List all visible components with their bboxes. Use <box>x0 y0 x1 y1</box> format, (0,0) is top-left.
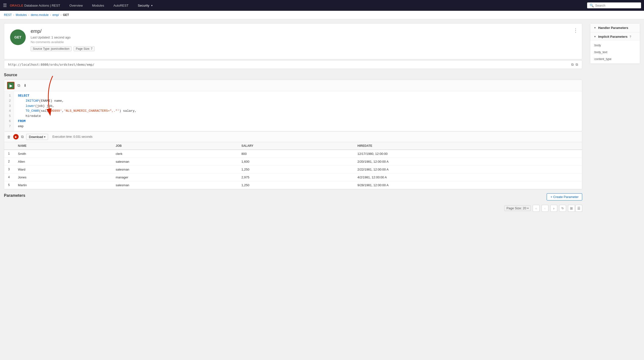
search-input[interactable] <box>595 4 638 7</box>
app-logo: ORACLE Database Actions | REST <box>10 4 60 7</box>
handler-params-section: ▼ Handler Parameters <box>590 24 640 32</box>
row-2-salary: 1,600 <box>238 158 354 166</box>
implicit-param-body[interactable]: :body <box>590 42 640 49</box>
handler-tags: Source Type: json/collection Page Size: … <box>31 46 576 51</box>
right-panel: ▼ Handler Parameters ▼ Implicit Paramete… <box>586 23 640 64</box>
top-navigation: ☰ ORACLE Database Actions | REST Overvie… <box>0 0 644 11</box>
download-source-icon[interactable]: ⬇ <box>23 83 27 88</box>
sep-3: › <box>50 13 51 17</box>
triangle-handler-icon: ▼ <box>594 26 596 29</box>
sep-4: › <box>60 13 62 17</box>
nav-modules[interactable]: Modules <box>88 0 108 11</box>
search-bar[interactable]: 🔍 <box>587 2 641 8</box>
refresh-button[interactable]: ↻ <box>559 205 566 212</box>
help-icon[interactable]: ? <box>630 35 631 38</box>
results-table: NAME JOB SALARY HIREDATE 1 Smith clerk 8… <box>4 142 582 189</box>
run-result-icon[interactable]: ▶ <box>13 134 19 140</box>
row-1-num: 1 <box>4 150 14 158</box>
col-num <box>4 142 14 150</box>
table-row: 3 Ward salesman 1,250 2/22/1981, 12:00:0… <box>4 166 582 173</box>
row-3-salary: 1,250 <box>238 166 354 173</box>
oracle-logo-text: ORACLE <box>10 4 23 7</box>
row-4-job: manager <box>112 173 238 181</box>
hamburger-menu[interactable]: ☰ <box>3 3 7 8</box>
source-toolbar: ▶ ⧉ ⬇ <box>4 80 582 92</box>
download-button[interactable]: Download ▾ <box>26 134 48 140</box>
open-new-tab-icon[interactable]: ⧉ <box>21 134 24 139</box>
implicit-params-section: ▼ Implicit Parameters ? :body :body_text… <box>590 32 640 64</box>
grid-view-button[interactable]: ⊞ <box>568 205 575 212</box>
parameters-section: Parameters + Create Parameter <box>4 193 582 200</box>
row-2-hiredate: 2/20/1981, 12:00:00 A <box>354 158 582 166</box>
row-4-name: Jones <box>14 173 112 181</box>
more-options-button[interactable]: ⋮ <box>573 28 578 33</box>
page-size-tag: Page Size: 7 <box>74 46 95 51</box>
method-badge: GET <box>10 30 26 45</box>
breadcrumb-demo-module[interactable]: demo.module <box>31 13 48 17</box>
row-3-hiredate: 2/22/1981, 12:00:00 A <box>354 166 582 173</box>
nav-security[interactable]: Security ▾ <box>133 0 157 11</box>
table-header-row: NAME JOB SALARY HIREDATE <box>4 142 582 150</box>
breadcrumb-emp[interactable]: emp/ <box>52 13 59 17</box>
open-external-icon[interactable]: ⧉ <box>571 62 574 67</box>
first-page-button[interactable]: « <box>533 205 540 212</box>
sep-1: › <box>13 13 14 17</box>
row-1-job: clerk <box>112 150 238 158</box>
row-2-job: salesman <box>112 158 238 166</box>
implicit-params-list: :body :body_text :content_type <box>590 41 640 64</box>
breadcrumb-modules[interactable]: Modules <box>16 13 27 17</box>
handler-params-toggle[interactable]: ▼ Handler Parameters <box>590 24 640 32</box>
create-parameter-button[interactable]: + Create Parameter <box>547 193 582 200</box>
page-size-chevron: ▾ <box>527 207 528 210</box>
nav-overview[interactable]: Overview <box>65 0 87 11</box>
row-5-salary: 1,250 <box>238 181 354 189</box>
run-button[interactable]: ▶ <box>7 82 14 89</box>
source-type-tag: Source Type: json/collection <box>31 46 72 51</box>
source-section: Source ▶ ⧉ ⬇ 1234567 SELECT INITCAP(ENA <box>4 73 582 131</box>
row-4-salary: 2,975 <box>238 173 354 181</box>
results-toolbar: 🗑 ▶ ⧉ Download ▾ Execution time: 0.031 s… <box>4 132 582 142</box>
code-editor[interactable]: 1234567 SELECT INITCAP(ENAME) name, lowe… <box>4 92 582 131</box>
copy-url-icon[interactable]: ⧉ <box>576 62 578 67</box>
chevron-down-icon: ▾ <box>151 4 152 7</box>
next-page-button[interactable]: › <box>550 205 557 212</box>
breadcrumb-rest[interactable]: REST <box>4 13 12 17</box>
implicit-params-toggle[interactable]: ▼ Implicit Parameters ? <box>590 32 640 41</box>
row-5-hiredate: 9/28/1981, 12:00:00 A <box>354 181 582 189</box>
nav-menu: Overview Modules AutoREST Security ▾ <box>65 0 587 11</box>
breadcrumb: REST › Modules › demo.module › emp/ › GE… <box>0 11 644 19</box>
handler-comments: No comments available <box>31 40 576 44</box>
delete-icon[interactable]: 🗑 <box>7 135 11 139</box>
table-row: 5 Martin salesman 1,250 9/28/1981, 12:00… <box>4 181 582 189</box>
triangle-implicit-icon: ▼ <box>594 35 596 38</box>
line-numbers: 1234567 <box>4 92 14 131</box>
implicit-param-body-text[interactable]: :body_text <box>590 49 640 56</box>
col-salary: SALARY <box>238 142 354 150</box>
breadcrumb-get: GET <box>63 13 69 17</box>
execution-time: Execution time: 0.031 seconds <box>52 135 92 138</box>
table-row: 1 Smith clerk 800 12/17/1980, 12:00:00 <box>4 150 582 158</box>
row-1-hiredate: 12/17/1980, 12:00:00 <box>354 150 582 158</box>
search-icon: 🔍 <box>590 4 594 7</box>
parameters-title: Parameters <box>4 193 25 198</box>
row-3-job: salesman <box>112 166 238 173</box>
page-size-selector[interactable]: Page Size: 20 ▾ <box>504 205 531 211</box>
implicit-param-content-type[interactable]: :content_type <box>590 56 640 62</box>
sep-2: › <box>28 13 29 17</box>
parameters-header: Parameters + Create Parameter <box>4 193 582 200</box>
pagination-footer: Page Size: 20 ▾ « ‹ › ↻ ⊞ ☰ <box>4 203 582 214</box>
copy-icon[interactable]: ⧉ <box>17 83 20 88</box>
handler-params-title: Handler Parameters <box>598 26 628 30</box>
handler-url: http://localhost:8080/ords/ordstest/demo… <box>8 63 569 66</box>
play-icon: ▶ <box>10 83 12 88</box>
table-view-button[interactable]: ☰ <box>575 205 582 212</box>
row-5-num: 5 <box>4 181 14 189</box>
app-name: Database Actions | REST <box>24 4 60 7</box>
row-2-name: Allen <box>14 158 112 166</box>
col-job: JOB <box>112 142 238 150</box>
nav-autorest[interactable]: AutoREST <box>109 0 133 11</box>
source-panel: ▶ ⧉ ⬇ 1234567 SELECT INITCAP(ENAME) name… <box>4 80 582 131</box>
prev-page-button[interactable]: ‹ <box>542 205 548 212</box>
row-4-num: 4 <box>4 173 14 181</box>
handler-card: GET emp/ Last Updated: 1 second ago No c… <box>4 23 582 59</box>
